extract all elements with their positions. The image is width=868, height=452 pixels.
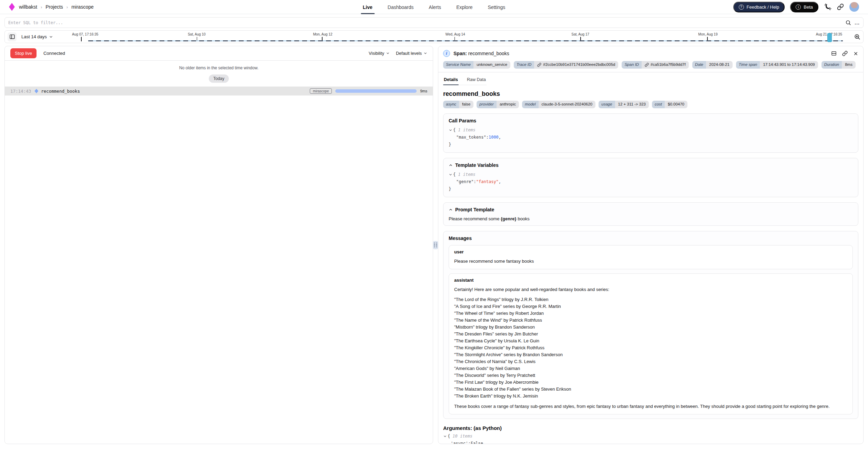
tab-raw-data[interactable]: Raw Data <box>466 75 487 85</box>
default-levels-dropdown[interactable]: Default levels <box>396 51 427 56</box>
timeline-tick: Sat, Aug 10 <box>188 32 206 36</box>
question-circle-icon: ? <box>739 4 744 10</box>
copy-link-icon[interactable] <box>842 51 848 56</box>
span-heading: recommend_books <box>443 90 858 98</box>
chevron-up-icon[interactable] <box>449 163 453 167</box>
book-list-item: "The Chronicles of Narnia" by C.S. Lewis <box>454 358 847 365</box>
panel-left-icon <box>9 34 15 40</box>
timeline-tick: Aug 07, 17:16:35 <box>72 32 98 36</box>
timeline-track[interactable]: Aug 07, 17:16:35 Sat, Aug 10 Mon, Aug 12… <box>58 31 850 43</box>
breadcrumb-org[interactable]: willbakst <box>19 4 37 10</box>
panel-resize-divider[interactable] <box>433 46 438 444</box>
message-role: assistant <box>454 278 847 283</box>
close-icon[interactable] <box>853 51 858 56</box>
call-params-json: {1 items "max_tokens": 1000, } <box>449 127 853 148</box>
book-list-item: "The First Law" trilogy by Joe Abercromb… <box>454 379 847 386</box>
zoom-in-button[interactable] <box>854 33 860 40</box>
timeline-tick: Mon, Aug 19 <box>698 32 717 36</box>
span-info-icon: i <box>443 50 450 57</box>
tab-explore[interactable]: Explore <box>456 0 472 14</box>
tab-alerts[interactable]: Alerts <box>429 0 441 14</box>
sql-filter-input[interactable] <box>8 20 842 25</box>
chevron-down-icon <box>423 51 427 55</box>
collapse-chevron-icon[interactable] <box>443 434 447 438</box>
trace-id-badge[interactable]: Trace ID#2ccbe10b91e371741b00eee2bdbc005… <box>514 61 618 69</box>
chevron-down-icon <box>49 35 53 39</box>
empty-window-notice: No older items in the selected time wind… <box>5 61 433 70</box>
template-variables-card: Template Variables {1 items "genre": "fa… <box>443 158 858 197</box>
resize-grip-icon[interactable] <box>433 241 438 249</box>
prompt-template-heading: Prompt Template <box>455 207 494 212</box>
call-params-card: Call Params {1 items "max_tokens": 1000,… <box>443 113 858 153</box>
moon-rays-icon <box>824 3 831 11</box>
search-icon[interactable] <box>845 20 851 26</box>
live-trace-panel: Stop live Connected Visibility Default l… <box>4 46 433 444</box>
span-diamond-icon <box>34 89 38 93</box>
book-list-item: "American Gods" by Neil Gaiman <box>454 365 847 372</box>
top-bar: willbakst › Projects › mirascope Live Da… <box>0 0 868 14</box>
chevron-up-icon[interactable] <box>449 208 453 212</box>
timeline-dashed-line <box>88 40 843 41</box>
user-avatar[interactable] <box>849 2 859 12</box>
breadcrumb-project[interactable]: mirascope <box>71 4 94 10</box>
span-panel-header: i Span: recommend_books Service Nameunkn… <box>438 46 863 72</box>
usage-badge: usage12 + 311 -> 323 <box>599 101 649 108</box>
collapse-chevron-icon[interactable] <box>449 128 452 132</box>
span-attribute-badges: asyncfalse provideranthropic modelclaude… <box>443 101 858 108</box>
more-options-icon[interactable]: ... <box>855 20 860 26</box>
span-panel-title: Span: recommend_books <box>453 51 509 56</box>
trace-row[interactable]: 17:14:43 recommend_books mirascope 9ms <box>5 87 433 96</box>
book-list-item: "The Malazan Book of the Fallen" series … <box>454 386 847 393</box>
beta-button[interactable]: i Beta <box>790 2 818 12</box>
span-meta-badges: Service Nameunknown_service Trace ID#2cc… <box>443 61 858 69</box>
feedback-help-button[interactable]: ? Feedback / Help <box>733 2 785 12</box>
tab-live[interactable]: Live <box>363 0 372 14</box>
model-badge: modelclaude-3-5-sonnet-20240620 <box>522 101 595 108</box>
sql-filter-bar: ... <box>4 17 864 28</box>
tab-details[interactable]: Details <box>443 75 459 85</box>
live-panel-body: No older items in the selected time wind… <box>5 61 433 96</box>
feedback-help-label: Feedback / Help <box>747 4 779 10</box>
link-icon <box>837 3 844 10</box>
theme-toggle-button[interactable] <box>824 3 831 11</box>
share-link-button[interactable] <box>837 3 844 10</box>
async-badge: asyncfalse <box>443 101 473 108</box>
tab-dashboards[interactable]: Dashboards <box>388 0 414 14</box>
split-view-icon[interactable] <box>831 51 837 56</box>
duration-bar <box>335 89 417 93</box>
top-bar-actions: ? Feedback / Help i Beta <box>733 2 859 12</box>
trace-time: 17:14:43 <box>10 89 31 94</box>
timeline-tick: Wed, Aug 14 <box>446 32 465 36</box>
visibility-dropdown[interactable]: Visibility <box>369 51 390 56</box>
brand: willbakst › Projects › mirascope <box>9 3 94 11</box>
book-list-item: "Mistborn" trilogy by Brandon Sanderson <box>454 324 847 331</box>
tab-settings[interactable]: Settings <box>488 0 506 14</box>
live-panel-header: Stop live Connected Visibility Default l… <box>5 46 433 61</box>
template-variables-heading: Template Variables <box>455 162 499 168</box>
time-range-select[interactable]: Last 14 days <box>20 34 54 39</box>
timeline-selection-marker[interactable] <box>827 33 832 42</box>
span-id-badge[interactable]: Span ID#ca51b6a7f5b9dd7f <box>622 61 688 69</box>
collapse-chevron-icon[interactable] <box>449 173 452 177</box>
main-nav: Live Dashboards Alerts Explore Settings <box>363 0 505 14</box>
sidebar-toggle-button[interactable] <box>8 32 17 41</box>
live-panel-controls: Visibility Default levels <box>369 51 427 56</box>
assistant-message-outro: These books cover a range of fantasy sub… <box>454 403 847 410</box>
prompt-template-card: Prompt Template Please recommend some {g… <box>443 202 858 226</box>
book-list-item: "The Lord of the Rings" trilogy by J.R.R… <box>454 296 847 303</box>
template-variables-json: {1 items "genre": "fantasy", } <box>449 171 853 193</box>
breadcrumb-projects[interactable]: Projects <box>45 4 63 10</box>
messages-heading: Messages <box>449 235 472 241</box>
brand-diamond-logo-icon <box>9 3 15 11</box>
stop-live-button[interactable]: Stop live <box>10 48 37 58</box>
book-list-item: "The Name of the Wind" by Patrick Rothfu… <box>454 317 847 324</box>
span-detail-content: recommend_books asyncfalse provideranthr… <box>438 85 863 444</box>
day-separator-badge: Today <box>209 74 229 83</box>
chevron-down-icon <box>386 51 390 55</box>
provider-badge: provideranthropic <box>477 101 519 108</box>
user-message-text: Please recommend some fantasy books <box>454 258 847 264</box>
book-list-item: "The Broken Earth" trilogy by N.K. Jemis… <box>454 393 847 400</box>
chevron-right-icon: › <box>67 4 68 10</box>
book-list-item: "The Wheel of Time" series by Robert Jor… <box>454 310 847 317</box>
book-list-item: "The Earthsea Cycle" by Ursula K. Le Gui… <box>454 338 847 344</box>
